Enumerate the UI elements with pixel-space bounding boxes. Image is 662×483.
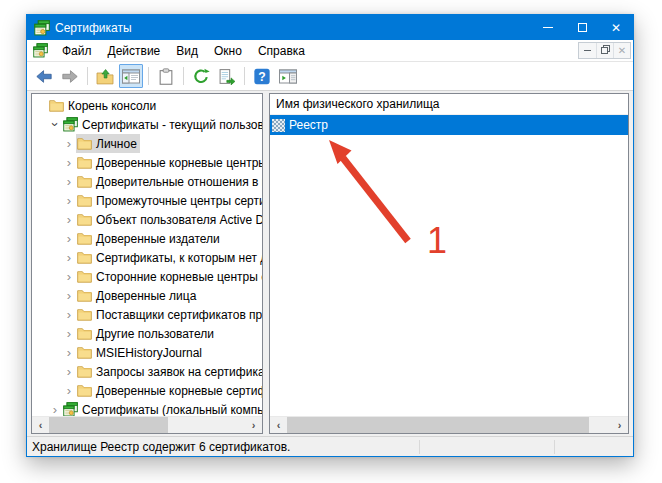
paste-button[interactable] (154, 64, 178, 88)
tree-item[interactable]: › Доверительные отношения в пр (32, 172, 262, 191)
chevron-icon[interactable]: › (62, 308, 76, 321)
certificates-icon (63, 402, 78, 416)
refresh-button[interactable] (189, 64, 213, 88)
help-button[interactable]: ? (250, 64, 274, 88)
forward-button[interactable] (58, 64, 82, 88)
tree-item[interactable]: › Запросы заявок на сертификат (32, 362, 262, 381)
export-list-button[interactable] (215, 64, 239, 88)
chevron-icon[interactable]: › (62, 213, 76, 226)
column-header-name[interactable]: Имя физического хранилища (270, 94, 628, 115)
menu-items: ФайлДействиеВидОкноСправка (54, 41, 313, 61)
folder-icon (77, 345, 92, 360)
list-item[interactable]: Реестр (270, 115, 628, 135)
forward-icon (61, 68, 79, 85)
chevron-icon[interactable]: › (62, 232, 76, 245)
scrollbar-thumb[interactable] (49, 417, 168, 433)
chevron-icon[interactable]: › (62, 137, 76, 150)
scroll-right-button[interactable]: › (245, 417, 262, 433)
child-restore-button[interactable] (596, 43, 613, 58)
close-button[interactable]: ✕ (599, 15, 633, 40)
chevron-icon[interactable]: › (62, 175, 76, 188)
tree-item-label: Доверенные корневые сертифик (96, 384, 262, 398)
folder-icon (77, 364, 92, 379)
up-one-level-icon (96, 68, 114, 85)
tree-item[interactable]: › Корень консоли (32, 96, 262, 115)
folder-icon (77, 231, 92, 246)
chevron-icon[interactable]: › (62, 289, 76, 302)
tree-item-label: Доверенные лица (96, 289, 196, 303)
content-area: › Корень консоли › Сертификаты - текущий… (27, 91, 633, 436)
chevron-icon[interactable]: › (62, 346, 76, 359)
chevron-icon[interactable]: › (62, 270, 76, 283)
child-close-button[interactable]: ✕ (613, 43, 630, 58)
toolbar-separator (183, 67, 184, 85)
folder-icon (77, 136, 92, 151)
chevron-icon[interactable]: › (48, 403, 62, 416)
tree-item-label: Личное (96, 137, 137, 151)
folder-icon (77, 250, 92, 265)
maximize-button[interactable] (565, 15, 599, 40)
chevron-icon[interactable]: › (62, 327, 76, 340)
menu-item-5[interactable]: Справка (250, 41, 313, 61)
tree-item[interactable]: › Сертификаты, к которым нет дов (32, 248, 262, 267)
back-icon (35, 68, 53, 85)
mdi-buttons: ✕ (578, 42, 631, 59)
menu-item-1[interactable]: Файл (54, 41, 100, 61)
status-cell (554, 440, 633, 454)
tree-item[interactable]: › Доверенные корневые центры с (32, 153, 262, 172)
tree-item[interactable]: › Объект пользователя Active Dire (32, 210, 262, 229)
tree-item[interactable]: › Доверенные лица (32, 286, 262, 305)
page: Сертификаты ✕ ФайлДействиеВидОкноСправка… (0, 0, 662, 483)
menu-bar: ФайлДействиеВидОкноСправка ✕ (27, 40, 633, 62)
scroll-left-button[interactable]: ‹ (32, 417, 49, 433)
scrollbar-thumb[interactable] (287, 417, 589, 433)
menu-item-3[interactable]: Вид (168, 41, 206, 61)
tree-item[interactable]: › Сертификаты (локальный компьюте (32, 400, 262, 416)
tree-item[interactable]: › Доверенные издатели (32, 229, 262, 248)
tree-horizontal-scrollbar[interactable]: ‹ › (32, 416, 262, 433)
back-button[interactable] (32, 64, 56, 88)
chevron-icon[interactable]: › (62, 384, 76, 397)
folder-icon (77, 288, 92, 303)
status-cell (419, 440, 554, 454)
menu-item-2[interactable]: Действие (100, 41, 169, 61)
chevron-icon[interactable]: › (49, 118, 62, 132)
tree-item[interactable]: › Сторонние корневые центры сер (32, 267, 262, 286)
tree-item-label: Сертификаты (локальный компьюте (82, 403, 262, 417)
store-list: Реестр (270, 115, 628, 416)
tree-item[interactable]: › Поставщики сертификатов пров (32, 305, 262, 324)
chevron-icon[interactable]: › (62, 365, 76, 378)
tree-item[interactable]: › Промежуточные центры сертиф (32, 191, 262, 210)
close-icon: ✕ (611, 22, 621, 34)
tree-item-label: MSIEHistoryJournal (96, 346, 202, 360)
scrollbar-track[interactable] (287, 417, 611, 433)
scroll-right-button[interactable]: › (611, 417, 628, 433)
child-minimize-button[interactable] (579, 43, 596, 58)
tree-item[interactable]: › MSIEHistoryJournal (32, 343, 262, 362)
tree-item[interactable]: › Другие пользователи (32, 324, 262, 343)
scroll-left-button[interactable]: ‹ (270, 417, 287, 433)
folder-icon (77, 307, 92, 322)
scrollbar-track[interactable] (49, 417, 245, 433)
chevron-icon[interactable]: › (62, 156, 76, 169)
list-horizontal-scrollbar[interactable]: ‹ › (270, 416, 628, 433)
title-bar[interactable]: Сертификаты ✕ (27, 15, 633, 40)
tree-item[interactable]: › Доверенные корневые сертифик (32, 381, 262, 400)
status-text: Хранилище Реестр содержит 6 сертификатов… (27, 440, 419, 454)
minimize-button[interactable] (531, 15, 565, 40)
chevron-icon[interactable]: › (62, 194, 76, 207)
tree-item[interactable]: › Сертификаты - текущий пользовате (32, 115, 262, 134)
refresh-icon (192, 68, 210, 85)
show-action-pane-button[interactable] (276, 64, 300, 88)
show-console-tree-button[interactable] (119, 64, 143, 88)
console-tree-pane: › Корень консоли › Сертификаты - текущий… (31, 93, 263, 434)
chevron-icon[interactable]: › (62, 251, 76, 264)
up-one-level-button[interactable] (93, 64, 117, 88)
tree-item[interactable]: › Личное (32, 134, 262, 153)
tree-item-label: Доверительные отношения в пр (96, 175, 262, 189)
tree-item-label: Промежуточные центры сертиф (96, 194, 262, 208)
menu-item-4[interactable]: Окно (206, 41, 250, 61)
tree-item-label: Другие пользователи (96, 327, 214, 341)
export-list-icon (218, 68, 236, 85)
toolbar: ? (27, 62, 633, 91)
